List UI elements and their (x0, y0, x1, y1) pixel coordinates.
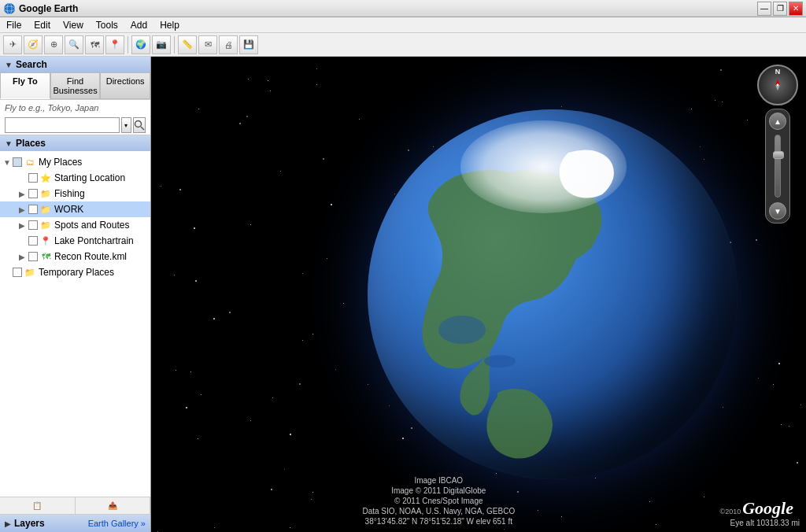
places-checkbox[interactable] (28, 220, 38, 230)
places-checkbox[interactable] (28, 205, 38, 214)
compass[interactable]: N (757, 65, 798, 105)
places-checkbox[interactable] (28, 236, 38, 246)
toolbar-btn-4[interactable]: 📍 (105, 35, 124, 54)
zoom-slider-track[interactable] (775, 135, 781, 198)
places-checkbox[interactable] (13, 268, 22, 277)
toolbar-btn-6[interactable]: ✉ (198, 35, 217, 54)
tree-item-label: My Places (39, 157, 82, 168)
close-button[interactable]: ✕ (789, 2, 803, 16)
toolbar-btn-nav[interactable]: 🧭 (24, 35, 43, 54)
folder-icon: 🗂 (24, 156, 36, 168)
places-checkbox[interactable] (28, 173, 38, 183)
kml-icon: 🗺 (39, 250, 52, 263)
nav-controls: N ▲ ▼ (757, 65, 798, 224)
tree-item-label: Temporary Places (39, 267, 114, 278)
tree-item-starting-location[interactable]: ⭐ Starting Location (0, 170, 150, 186)
toolbar-btn-3[interactable]: 🗺 (85, 35, 104, 54)
tree-item-lake[interactable]: 📍 Lake Pontchartrain (0, 233, 150, 249)
svg-point-0 (4, 3, 15, 14)
compass-north-label: N (775, 68, 781, 76)
toolbar-btn-8[interactable]: 💾 (239, 35, 258, 54)
search-go-button[interactable] (133, 117, 146, 133)
layers-section-title: Layers (14, 518, 85, 529)
places-checkbox[interactable] (28, 189, 38, 198)
search-dropdown-button[interactable]: ▾ (121, 117, 131, 133)
star-icon: ⭐ (39, 172, 52, 184)
places-checkbox[interactable] (13, 157, 22, 167)
expander-icon: ▶ (19, 205, 28, 214)
search-input[interactable] (5, 117, 120, 133)
tree-item-work[interactable]: ▶ 📁 WORK (0, 201, 150, 217)
tilt-up-button[interactable]: ▲ (769, 113, 786, 130)
search-tabs: Fly To Find Businesses Directions (0, 72, 150, 100)
tree-item-label: Starting Location (54, 172, 125, 183)
toolbar-btn-1[interactable]: ⊕ (44, 35, 63, 54)
svg-point-3 (135, 121, 141, 127)
title-bar-left: Google Earth (3, 2, 78, 15)
title-bar: Google Earth — ❐ ✕ (0, 0, 806, 17)
layers-collapse-icon: ▶ (5, 519, 11, 528)
google-logo: Google (742, 498, 793, 519)
zoom-slider-thumb[interactable] (773, 151, 784, 159)
main-content: ▼ Search Fly To Find Businesses Directio… (0, 57, 806, 532)
toolbar-btn-camera[interactable]: 📷 (152, 35, 171, 54)
places-collapse-icon: ▼ (5, 139, 13, 148)
search-header[interactable]: ▼ Search (0, 57, 150, 72)
attribution-line4: Data SIO, NOAA, U.S. Navy, NGA, GEBCO (362, 506, 515, 516)
toolbar-btn-earth[interactable]: 🌍 (131, 35, 150, 54)
menu-bar: File Edit View Tools Add Help (0, 17, 806, 33)
panel-save-button[interactable]: 📋 (0, 497, 76, 514)
tab-fly-to[interactable]: Fly To (0, 72, 50, 99)
toolbar: ✈ 🧭 ⊕ 🔍 🗺 📍 🌍 📷 📏 ✉ 🖨 💾 (0, 33, 806, 57)
tree-item-temp-places[interactable]: 📁 Temporary Places (0, 264, 150, 280)
menu-add[interactable]: Add (128, 18, 150, 32)
menu-help[interactable]: Help (157, 18, 183, 32)
expander-icon: ▶ (19, 190, 28, 198)
tree-item-fishing[interactable]: ▶ 📁 Fishing (0, 186, 150, 201)
expander-icon: ▶ (19, 221, 28, 230)
toolbar-btn-fly[interactable]: ✈ (3, 35, 22, 54)
tree-item-label: WORK (54, 204, 83, 215)
places-section: ▼ Places ▼ 🗂 My Places ⭐ Starting Locati… (0, 135, 150, 514)
toolbar-btn-2[interactable]: 🔍 (65, 35, 83, 54)
path-icon: 📍 (39, 235, 52, 247)
layers-section: ▶ Layers Earth Gallery » (0, 514, 150, 532)
attribution-line3: © 2011 Cnes/Spot Image (394, 496, 482, 506)
search-section-title: Search (16, 59, 47, 70)
menu-view[interactable]: View (60, 18, 87, 32)
places-header[interactable]: ▼ Places (0, 135, 150, 151)
tilt-down-button[interactable]: ▼ (769, 202, 786, 220)
places-checkbox[interactable] (28, 252, 38, 261)
tab-directions[interactable]: Directions (100, 72, 150, 99)
toolbar-btn-7[interactable]: 🖨 (219, 35, 238, 54)
window-title: Google Earth (19, 3, 78, 14)
globe[interactable] (368, 109, 738, 479)
fly-to-hint: Fly to e.g., Tokyo, Japan (0, 100, 150, 116)
coordinates: 38°13'45.82" N 78°51'52.18" W elev 651 f… (365, 516, 512, 527)
places-section-title: Places (16, 138, 46, 149)
menu-file[interactable]: File (3, 18, 24, 32)
toolbar-btn-5[interactable]: 📏 (178, 35, 197, 54)
tilt-zoom-controls: ▲ ▼ (765, 109, 790, 224)
menu-edit[interactable]: Edit (31, 18, 54, 32)
layers-header[interactable]: ▶ Layers Earth Gallery » (0, 515, 150, 532)
maximize-button[interactable]: ❐ (773, 2, 787, 16)
earth-gallery-button[interactable]: Earth Gallery » (88, 519, 146, 528)
compass-arrow (770, 77, 786, 93)
menu-tools[interactable]: Tools (93, 18, 121, 32)
svg-line-4 (141, 127, 144, 130)
attribution-line1: Image IBCAO (414, 475, 463, 486)
tree-item-recon[interactable]: ▶ 🗺 Recon Route.kml (0, 249, 150, 264)
tree-item-label: Fishing (54, 188, 85, 199)
tab-find-businesses[interactable]: Find Businesses (50, 72, 101, 99)
minimize-button[interactable]: — (757, 2, 771, 16)
left-panel: ▼ Search Fly To Find Businesses Directio… (0, 57, 151, 532)
globe-area[interactable]: N ▲ ▼ Image IBCA (151, 57, 806, 532)
expander-icon: ▶ (19, 253, 28, 261)
tree-item-my-places[interactable]: ▼ 🗂 My Places (0, 154, 150, 170)
svg-point-5 (484, 355, 516, 368)
panel-export-button[interactable]: 📤 (76, 497, 151, 514)
tree-item-spots-routes[interactable]: ▶ 📁 Spots and Routes (0, 217, 150, 233)
places-tree: ▼ 🗂 My Places ⭐ Starting Location ▶ 📁 (0, 151, 150, 497)
folder-icon: 📁 (24, 266, 36, 279)
